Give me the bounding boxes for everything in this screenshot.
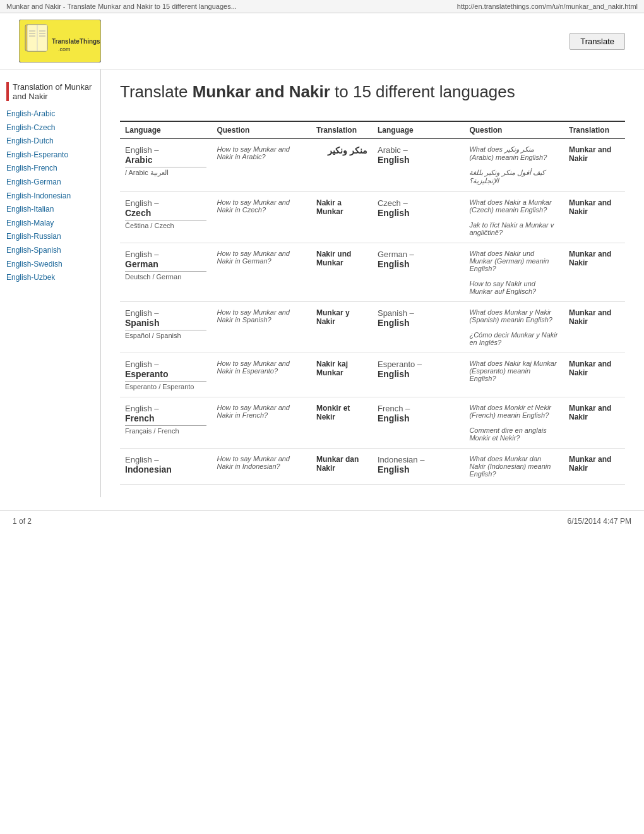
question-cell-left: How to say Munkar and Nakir in German? <box>212 243 311 302</box>
page-url: http://en.translatethings.com/m/u/n/munk… <box>457 3 638 10</box>
question-cell-right: What does Munkar y Nakir (Spanish) meani… <box>464 302 564 353</box>
page-tab-title: Munkar and Nakir - Translate Munkar and … <box>6 3 237 10</box>
translation-cell-right[interactable]: Munkar and Nakir <box>564 302 625 353</box>
sidebar-item-indonesian[interactable]: English-Indonesian <box>6 190 94 203</box>
lang-cell-left: English –GermanDeutsch / German <box>120 243 212 302</box>
table-row: English –SpanishEspañol / SpanishHow to … <box>120 302 625 353</box>
translation-cell-left[interactable]: Monkir et Nekir <box>311 397 373 449</box>
sidebar-item-russian[interactable]: English-Russian <box>6 230 94 244</box>
sidebar-title: Translation of Munkar and Nakir <box>6 82 94 101</box>
sidebar: Translation of Munkar and Nakir English-… <box>0 70 101 497</box>
sidebar-item-uzbek[interactable]: English-Uzbek <box>6 271 94 285</box>
col-header-translation1: Translation <box>311 121 373 139</box>
translation-cell-left[interactable]: Nakir kaj Munkar <box>311 353 373 397</box>
question-cell-left: How to say Munkar and Nakir in Czech? <box>212 192 311 243</box>
table-row: English –EsperantoEsperanto / EsperantoH… <box>120 353 625 397</box>
question-cell-right: What does Nakir und Munkar (German) mean… <box>464 243 564 302</box>
lang-cell-left: English –Indonesian <box>120 449 212 485</box>
table-row: English –FrenchFrançais / FrenchHow to s… <box>120 397 625 449</box>
sidebar-item-french[interactable]: English-French <box>6 162 94 176</box>
col-header-translation2: Translation <box>564 121 625 139</box>
translation-cell-left[interactable]: Nakir und Munkar <box>311 243 373 302</box>
col-header-question2: Question <box>464 121 564 139</box>
translation-cell-left[interactable]: Munkar dan Nakir <box>311 449 373 485</box>
translation-cell-left[interactable]: Nakir a Munkar <box>311 192 373 243</box>
footer: 1 of 2 6/15/2014 4:47 PM <box>0 510 644 532</box>
question-cell-left: How to say Munkar and Nakir in French? <box>212 397 311 449</box>
question-cell-left: How to say Munkar and Nakir in Spanish? <box>212 302 311 353</box>
translation-cell-right[interactable]: Munkar and Nakir <box>564 353 625 397</box>
sidebar-item-italian[interactable]: English-Italian <box>6 203 94 217</box>
translation-cell-left[interactable]: Munkar y Nakir <box>311 302 373 353</box>
sidebar-item-dutch[interactable]: English-Dutch <box>6 135 94 148</box>
lang-cell-right: Spanish –English <box>373 302 464 353</box>
question-cell-left: How to say Munkar and Nakir in Indonesia… <box>212 449 311 485</box>
lang-cell-right: Indonesian –English <box>373 449 464 485</box>
sidebar-item-german[interactable]: English-German <box>6 176 94 190</box>
translation-cell-left[interactable]: منكر ونكير <box>311 139 373 192</box>
sidebar-item-swedish[interactable]: English-Swedish <box>6 258 94 272</box>
question-cell-right: What does Monkir et Nekir (French) meani… <box>464 397 564 449</box>
question-cell-left: How to say Munkar and Nakir in Arabic? <box>212 139 311 192</box>
lang-cell-left: English –EsperantoEsperanto / Esperanto <box>120 353 212 397</box>
page-number: 1 of 2 <box>13 517 32 526</box>
translation-cell-right[interactable]: Munkar and Nakir <box>564 243 625 302</box>
translation-cell-right[interactable]: Munkar and Nakir <box>564 449 625 485</box>
table-row: English –IndonesianHow to say Munkar and… <box>120 449 625 485</box>
question-cell-right: What does Nakir kaj Munkar (Esperanto) m… <box>464 353 564 397</box>
translation-cell-right[interactable]: Munkar and Nakir <box>564 192 625 243</box>
lang-cell-right: French –English <box>373 397 464 449</box>
col-header-lang2: Language <box>373 121 464 139</box>
table-row: English –GermanDeutsch / GermanHow to sa… <box>120 243 625 302</box>
sidebar-item-malay[interactable]: English-Malay <box>6 217 94 231</box>
col-header-question1: Question <box>212 121 311 139</box>
question-cell-right: What does Nakir a Munkar (Czech) meanin … <box>464 192 564 243</box>
lang-cell-left: English –SpanishEspañol / Spanish <box>120 302 212 353</box>
lang-cell-right: German –English <box>373 243 464 302</box>
col-header-lang1: Language <box>120 121 212 139</box>
header: TranslateThings .com Translate <box>0 13 644 70</box>
translate-button[interactable]: Translate <box>569 33 625 50</box>
main-layout: Translation of Munkar and Nakir English-… <box>0 70 644 497</box>
lang-cell-right: Esperanto –English <box>373 353 464 397</box>
top-bar: Munkar and Nakir - Translate Munkar and … <box>0 0 644 13</box>
sidebar-item-arabic[interactable]: English-Arabic <box>6 107 94 121</box>
lang-cell-left: English –CzechČeština / Czech <box>120 192 212 243</box>
svg-text:.com: .com <box>58 46 71 52</box>
sidebar-item-spanish[interactable]: English-Spanish <box>6 244 94 258</box>
svg-text:TranslateThings: TranslateThings <box>52 38 100 45</box>
sidebar-item-czech[interactable]: English-Czech <box>6 121 94 135</box>
table-row: English –Arabic/ Arabic العربيةHow to sa… <box>120 139 625 192</box>
lang-cell-right: Arabic –English <box>373 139 464 192</box>
translation-cell-right[interactable]: Munkar and Nakir <box>564 397 625 449</box>
question-cell-right: What does Munkar dan Nakir (Indonesian) … <box>464 449 564 485</box>
logo: TranslateThings .com <box>19 20 101 63</box>
lang-cell-right: Czech –English <box>373 192 464 243</box>
question-cell-right: What does منكر ونكير (Arabic) meanin Eng… <box>464 139 564 192</box>
content-area: Translate Munkar and Nakir to 15 differe… <box>101 70 644 497</box>
sidebar-item-esperanto[interactable]: English-Esperanto <box>6 148 94 162</box>
lang-cell-left: English –FrenchFrançais / French <box>120 397 212 449</box>
lang-cell-left: English –Arabic/ Arabic العربية <box>120 139 212 192</box>
table-row: English –CzechČeština / CzechHow to say … <box>120 192 625 243</box>
page-title: Translate Munkar and Nakir to 15 differe… <box>120 82 625 102</box>
translation-cell-right[interactable]: Munkar and Nakir <box>564 139 625 192</box>
question-cell-left: How to say Munkar and Nakir in Esperanto… <box>212 353 311 397</box>
translation-table: Language Question Translation Language Q… <box>120 121 625 485</box>
footer-date: 6/15/2014 4:47 PM <box>568 517 631 526</box>
